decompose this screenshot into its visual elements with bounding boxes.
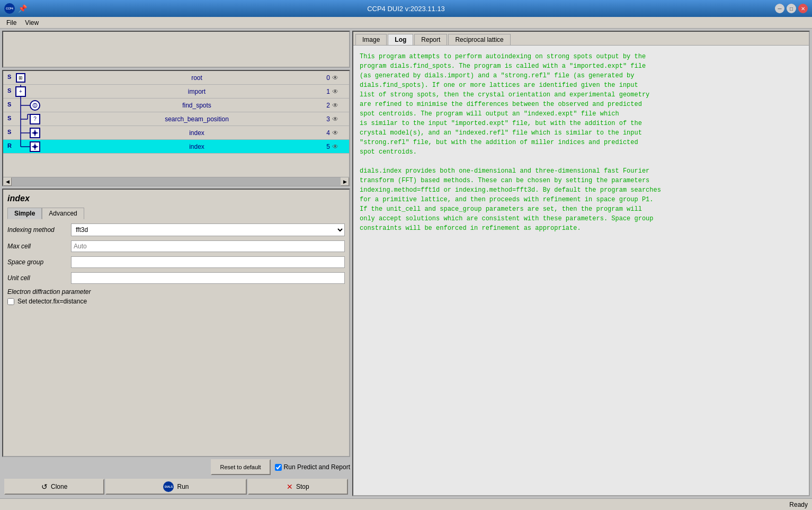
settings-panel: index Simple Advanced Indexing method ff… bbox=[2, 189, 350, 457]
svg-text:?: ? bbox=[33, 116, 37, 122]
action-bar: ↺ Clone DIALS Run ✕ Stop bbox=[2, 477, 350, 496]
pipeline-row-4[interactable]: S index 4 👁 bbox=[3, 126, 349, 140]
row1-badge: S bbox=[7, 87, 16, 96]
pipeline-scrollbar[interactable]: ◀ ▶ bbox=[3, 177, 349, 185]
tab-simple[interactable]: Simple bbox=[7, 208, 42, 219]
row0-num: 0 bbox=[314, 74, 330, 82]
row1-connector: + bbox=[16, 85, 79, 99]
main-content: S ⊞ root 0 👁 S + bbox=[0, 29, 812, 498]
set-detector-row: Set detector.fix=distance bbox=[7, 298, 345, 305]
clone-label: Clone bbox=[51, 483, 67, 490]
right-content: This program attempts to perform autoind… bbox=[353, 46, 809, 495]
titlebar: CCP4 📌 CCP4 DUI2 v:2023.11.13 ─ □ ✕ bbox=[0, 0, 812, 17]
svg-point-25 bbox=[33, 145, 37, 148]
run-button[interactable]: DIALS Run bbox=[105, 479, 246, 495]
row5-name: index bbox=[79, 143, 314, 150]
log-text: This program attempts to perform autoind… bbox=[360, 52, 802, 233]
row3-connector: ? bbox=[16, 112, 79, 126]
row5-eye[interactable]: 👁 bbox=[332, 143, 345, 150]
close-button[interactable]: ✕ bbox=[798, 4, 808, 13]
reset-label: Reset to default bbox=[220, 464, 261, 470]
svg-text:+: + bbox=[19, 88, 22, 94]
row2-badge: S bbox=[7, 101, 16, 110]
run-predict-check: Run Predict and Report bbox=[275, 463, 350, 471]
row5-badge: R bbox=[7, 142, 16, 151]
row0-eye[interactable]: 👁 bbox=[332, 74, 345, 82]
tab-image[interactable]: Image bbox=[355, 34, 387, 45]
space-group-input[interactable] bbox=[71, 256, 345, 268]
run-predict-label: Run Predict and Report bbox=[284, 463, 350, 471]
row2-connector-svg bbox=[16, 99, 69, 112]
stop-label: Stop bbox=[296, 483, 309, 490]
row2-connector bbox=[16, 99, 79, 112]
space-group-label: Space group bbox=[7, 258, 71, 266]
row3-eye[interactable]: 👁 bbox=[332, 115, 345, 123]
right-panel: Image Log Report Reciprocal lattice This… bbox=[352, 31, 810, 496]
pipeline-row-1[interactable]: S + import 1 👁 bbox=[3, 85, 349, 99]
row5-num: 5 bbox=[314, 143, 330, 150]
tab-reciprocal-lattice[interactable]: Reciprocal lattice bbox=[448, 34, 510, 45]
scroll-left[interactable]: ◀ bbox=[3, 177, 12, 186]
electron-diffraction-label: Electron diffraction parameter bbox=[7, 288, 345, 296]
app-logo: CCP4 bbox=[4, 3, 15, 14]
run-predict-checkbox[interactable] bbox=[275, 464, 282, 471]
row0-name: root bbox=[79, 74, 314, 82]
tab-log[interactable]: Log bbox=[388, 34, 413, 45]
row0-connector: ⊞ bbox=[16, 73, 79, 83]
run-dials-logo: DIALS bbox=[163, 481, 174, 492]
left-panel: S ⊞ root 0 👁 S + bbox=[0, 29, 352, 498]
pipeline-row-5[interactable]: R index 5 👁 bbox=[3, 140, 349, 154]
row2-eye[interactable]: 👁 bbox=[332, 102, 345, 109]
simple-tab-content: Indexing method fft3d fft1d real_space_g… bbox=[7, 223, 345, 305]
indexing-method-row: Indexing method fft3d fft1d real_space_g… bbox=[7, 223, 345, 236]
minimize-button[interactable]: ─ bbox=[775, 4, 784, 13]
row3-num: 3 bbox=[314, 115, 330, 123]
status-text: Ready bbox=[789, 501, 808, 508]
stop-button[interactable]: ✕ Stop bbox=[248, 479, 348, 495]
menu-file[interactable]: File bbox=[2, 18, 21, 28]
row1-num: 1 bbox=[314, 88, 330, 95]
right-tab-bar: Image Log Report Reciprocal lattice bbox=[353, 32, 809, 46]
pipeline-table: S ⊞ root 0 👁 S + bbox=[3, 71, 349, 177]
clone-button[interactable]: ↺ Clone bbox=[4, 479, 104, 495]
row1-eye[interactable]: 👁 bbox=[332, 88, 345, 95]
row2-num: 2 bbox=[314, 102, 330, 109]
pin-icon[interactable]: 📌 bbox=[18, 4, 27, 13]
row5-connector bbox=[16, 140, 79, 154]
logo-text: CCP4 bbox=[6, 7, 13, 10]
status-bar: Ready bbox=[0, 498, 812, 510]
space-group-row: Space group bbox=[7, 256, 345, 268]
unit-cell-row: Unit cell bbox=[7, 272, 345, 284]
pipeline-container: S ⊞ root 0 👁 S + bbox=[2, 70, 350, 186]
tab-advanced[interactable]: Advanced bbox=[42, 208, 84, 219]
row4-eye[interactable]: 👁 bbox=[332, 129, 345, 137]
row0-badge: S bbox=[7, 74, 16, 82]
menu-view[interactable]: View bbox=[21, 18, 43, 28]
row1-connector-svg: + bbox=[16, 85, 69, 99]
scroll-track[interactable] bbox=[12, 177, 341, 186]
pipeline-row-2[interactable]: S find_spots 2 👁 bbox=[3, 99, 349, 112]
row2-name: find_spots bbox=[79, 102, 314, 109]
pipeline-row-3[interactable]: S ? search_beam_position 3 👁 bbox=[3, 112, 349, 126]
set-detector-checkbox[interactable] bbox=[7, 298, 14, 305]
image-preview-area bbox=[2, 31, 350, 68]
run-label: Run bbox=[177, 483, 189, 490]
tab-report[interactable]: Report bbox=[414, 34, 447, 45]
indexing-method-select[interactable]: fft3d fft1d real_space_grid_search low_r… bbox=[71, 223, 345, 236]
scroll-right[interactable]: ▶ bbox=[341, 177, 349, 186]
menubar: File View bbox=[0, 17, 812, 29]
maximize-button[interactable]: □ bbox=[787, 4, 796, 13]
bottom-bar: Reset to default Run Predict and Report bbox=[2, 457, 350, 477]
titlebar-left: CCP4 📌 bbox=[4, 3, 27, 14]
pipeline-row-0[interactable]: S ⊞ root 0 👁 bbox=[3, 71, 349, 85]
max-cell-input[interactable] bbox=[71, 240, 345, 252]
reset-button[interactable]: Reset to default bbox=[211, 459, 271, 475]
row4-connector-svg bbox=[16, 126, 69, 140]
unit-cell-input[interactable] bbox=[71, 272, 345, 284]
svg-point-19 bbox=[33, 131, 37, 135]
app-title: CCP4 DUI2 v:2023.11.13 bbox=[367, 5, 445, 13]
row4-connector bbox=[16, 126, 79, 140]
settings-title: index bbox=[7, 194, 345, 203]
row4-name: index bbox=[79, 129, 314, 137]
stop-icon: ✕ bbox=[287, 482, 293, 491]
